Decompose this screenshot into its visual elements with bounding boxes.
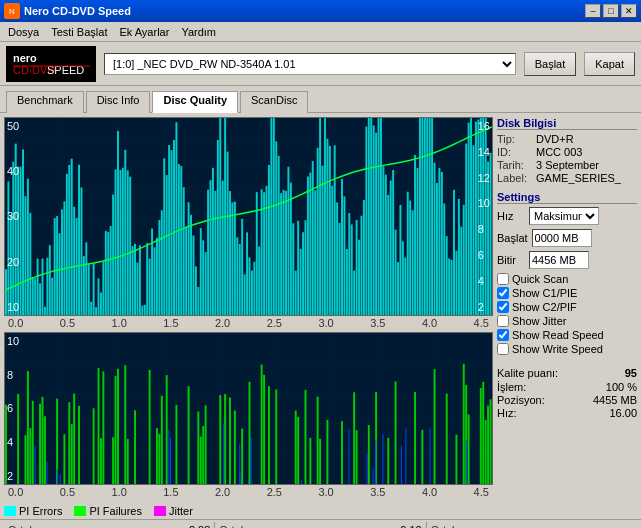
show-read-checkbox[interactable] xyxy=(497,329,509,341)
islem-value: 100 % xyxy=(606,381,637,393)
drive-select[interactable]: [1:0] _NEC DVD_RW ND-3540A 1.01 xyxy=(104,53,516,75)
show-write-label: Show Write Speed xyxy=(512,343,603,355)
result-hiz-label: Hız: xyxy=(497,407,517,419)
hiz-row: Hız Maksimun xyxy=(497,207,637,225)
show-c2-row: Show C2/PIF xyxy=(497,301,637,313)
toolbar: nero CD·DVD SPEED [1:0] _NEC DVD_RW ND-3… xyxy=(0,42,641,86)
right-panel: Disk Bilgisi Tip: DVD+R ID: MCC 003 Tari… xyxy=(493,113,641,503)
pi-failures-label: PI Failures xyxy=(89,505,142,517)
ortalama-label-1: Ortalama: xyxy=(8,524,56,528)
pi-errors-color xyxy=(4,506,16,516)
kalite-value: 95 xyxy=(625,367,637,379)
info-tip: Tip: DVD+R xyxy=(497,133,637,145)
show-jitter-row: Show Jitter xyxy=(497,315,637,327)
jitter-color xyxy=(154,506,166,516)
upper-chart-canvas xyxy=(5,118,492,315)
islem-label: İşlem: xyxy=(497,381,526,393)
window-controls: – □ ✕ xyxy=(585,4,637,18)
baslat-row: Başlat xyxy=(497,229,637,247)
quick-scan-row: Quick Scan xyxy=(497,273,637,285)
maximize-button[interactable]: □ xyxy=(603,4,619,18)
close-toolbar-button[interactable]: Kapat xyxy=(584,52,635,76)
legend-pi-errors: PI Errors xyxy=(4,505,62,517)
minimize-button[interactable]: – xyxy=(585,4,601,18)
legend-pi-failures: PI Failures xyxy=(74,505,142,517)
quick-scan-label: Quick Scan xyxy=(512,273,568,285)
lower-chart-canvas xyxy=(5,333,492,484)
menu-bar: Dosya Testi Başlat Ek Ayarlar Yardım xyxy=(0,22,641,42)
kalite-label: Kalite puanı: xyxy=(497,367,558,379)
tab-disc-info[interactable]: Disc Info xyxy=(86,91,151,113)
lower-x-axis: 0.00.51.01.52.02.53.03.54.04.5 xyxy=(4,485,493,499)
show-write-checkbox[interactable] xyxy=(497,343,509,355)
hiz-label: Hız xyxy=(497,210,525,222)
show-c2-checkbox[interactable] xyxy=(497,301,509,313)
svg-text:nero: nero xyxy=(13,52,37,64)
legend-area: PI Errors PI Failures Jitter xyxy=(0,503,641,519)
app-icon: N xyxy=(4,3,20,19)
disk-info-section: Disk Bilgisi Tip: DVD+R ID: MCC 003 Tari… xyxy=(497,117,637,185)
stats-pi-failures: Ortalama:0.10 Maksimum:8 Toplam:803 xyxy=(215,522,426,528)
show-jitter-checkbox[interactable] xyxy=(497,315,509,327)
info-label-row: Label: GAME_SERIES_ xyxy=(497,172,637,184)
info-tarih: Tarih: 3 September xyxy=(497,159,637,171)
stats-pi-errors: Ortalama:8.88 Maksimum:47 Toplam:93103 xyxy=(4,522,215,528)
baslat-input[interactable] xyxy=(532,229,592,247)
stats-jitter: Ortalama:- Maksimum:- PO Failures:- xyxy=(427,522,637,528)
show-read-row: Show Read Speed xyxy=(497,329,637,341)
nero-logo: nero CD·DVD SPEED xyxy=(6,46,96,82)
menu-dosya[interactable]: Dosya xyxy=(2,24,45,40)
pozisyon-value: 4455 MB xyxy=(593,394,637,406)
ortalama-label-2: Ortalama: xyxy=(219,524,267,528)
ortalama-val-2: 0.10 xyxy=(400,524,421,528)
show-c1-checkbox[interactable] xyxy=(497,287,509,299)
upper-chart: 161412108642 5040302010 xyxy=(4,117,493,316)
settings-section: Settings Hız Maksimun Başlat Bitir Quick… xyxy=(497,191,637,357)
show-c1-label: Show C1/PIE xyxy=(512,287,577,299)
start-button[interactable]: Başlat xyxy=(524,52,577,76)
lower-chart: 108642 xyxy=(4,332,493,485)
tabs-bar: Benchmark Disc Info Disc Quality ScanDis… xyxy=(0,86,641,113)
speed-select[interactable]: Maksimun xyxy=(529,207,599,225)
close-button[interactable]: ✕ xyxy=(621,4,637,18)
results-section: Kalite puanı: 95 İşlem: 100 % Pozisyon: … xyxy=(497,367,637,420)
tarih-label: Tarih: xyxy=(497,159,532,171)
settings-title: Settings xyxy=(497,191,637,204)
menu-testi-baslat[interactable]: Testi Başlat xyxy=(45,24,113,40)
pozisyon-label: Pozisyon: xyxy=(497,394,545,406)
tip-label: Tip: xyxy=(497,133,532,145)
legend-jitter: Jitter xyxy=(154,505,193,517)
jitter-label: Jitter xyxy=(169,505,193,517)
title-bar: N Nero CD-DVD Speed – □ ✕ xyxy=(0,0,641,22)
pi-failures-color xyxy=(74,506,86,516)
bitir-input[interactable] xyxy=(529,251,589,269)
bitir-label: Bitir xyxy=(497,254,525,266)
show-read-label: Show Read Speed xyxy=(512,329,604,341)
show-write-row: Show Write Speed xyxy=(497,343,637,355)
disk-info-title: Disk Bilgisi xyxy=(497,117,637,130)
lower-y-left: 108642 xyxy=(7,333,19,484)
tarih-value: 3 September xyxy=(536,159,599,171)
menu-yardim[interactable]: Yardım xyxy=(175,24,222,40)
baslat-label: Başlat xyxy=(497,232,528,244)
main-content: 161412108642 5040302010 0.00.51.01.52.02… xyxy=(0,113,641,503)
tab-benchmark[interactable]: Benchmark xyxy=(6,91,84,113)
label-value: GAME_SERIES_ xyxy=(536,172,621,184)
menu-ek-ayarlar[interactable]: Ek Ayarlar xyxy=(113,24,175,40)
show-c1-row: Show C1/PIE xyxy=(497,287,637,299)
pi-errors-label: PI Errors xyxy=(19,505,62,517)
ortalama-val-3: - xyxy=(629,524,633,528)
quick-scan-checkbox[interactable] xyxy=(497,273,509,285)
bitir-row: Bitir xyxy=(497,251,637,269)
upper-y-right: 161412108642 xyxy=(478,118,490,315)
ortalama-val-1: 8.88 xyxy=(189,524,210,528)
show-jitter-label: Show Jitter xyxy=(512,315,566,327)
label-label: Label: xyxy=(497,172,532,184)
tab-disc-quality[interactable]: Disc Quality xyxy=(152,91,238,113)
tab-scandisc[interactable]: ScanDisc xyxy=(240,91,308,113)
id-value: MCC 003 xyxy=(536,146,582,158)
ortalama-label-3: Ortalama: xyxy=(431,524,479,528)
result-hiz-value: 16.00 xyxy=(609,407,637,419)
window-title: Nero CD-DVD Speed xyxy=(24,5,131,17)
stats-area: Ortalama:8.88 Maksimum:47 Toplam:93103 O… xyxy=(0,519,641,528)
